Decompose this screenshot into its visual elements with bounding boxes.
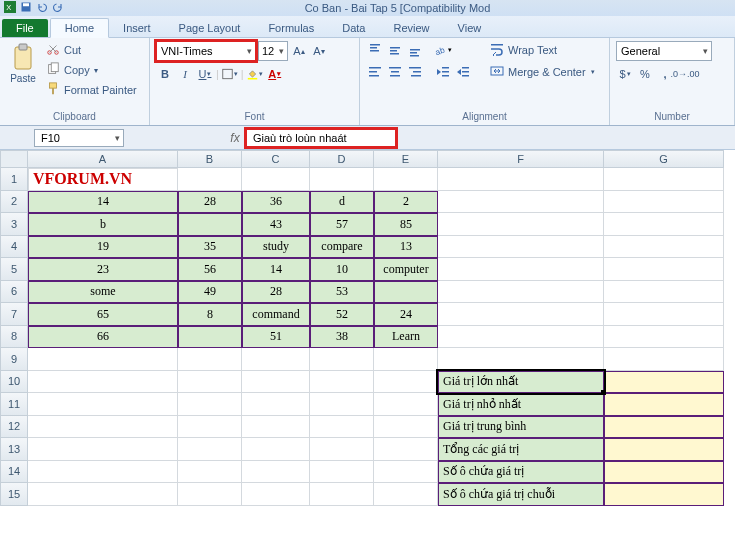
increase-indent-icon[interactable] [454,63,472,81]
cell[interactable] [438,348,604,371]
cell[interactable] [604,326,724,349]
col-header[interactable]: D [310,150,374,168]
cell[interactable] [242,416,310,439]
cell[interactable]: 38 [310,326,374,349]
tab-data[interactable]: Data [328,19,379,37]
cell[interactable] [374,168,438,191]
row-header[interactable]: 14 [0,461,28,484]
cell[interactable] [604,393,724,416]
cell[interactable]: 52 [310,303,374,326]
col-header[interactable]: F [438,150,604,168]
select-all-corner[interactable] [0,150,28,168]
cell[interactable] [28,393,178,416]
cell[interactable] [242,168,310,191]
cell[interactable] [310,483,374,506]
cell[interactable]: 10 [310,258,374,281]
font-size-combo[interactable]: 12 [258,41,288,61]
cell[interactable] [438,213,604,236]
cell[interactable]: 57 [310,213,374,236]
underline-button[interactable]: U [196,65,214,83]
cell[interactable] [374,393,438,416]
row-header[interactable]: 11 [0,393,28,416]
tab-file[interactable]: File [2,19,48,37]
cell[interactable]: 36 [242,191,310,214]
align-left-icon[interactable] [366,63,384,81]
percent-format-icon[interactable]: % [636,65,654,83]
cell[interactable] [604,371,724,394]
cell[interactable] [438,236,604,259]
cell[interactable]: 13 [374,236,438,259]
cell[interactable] [604,416,724,439]
cell[interactable]: Tổng các giá trị [438,438,604,461]
align-top-icon[interactable] [366,41,384,59]
cell[interactable]: computer [374,258,438,281]
cell[interactable]: d [310,191,374,214]
cell[interactable] [604,483,724,506]
cell[interactable] [178,213,242,236]
cell[interactable] [310,438,374,461]
cell[interactable]: Giá trị nhỏ nhất [438,393,604,416]
cell[interactable]: Số ô chứa giá trị [438,461,604,484]
tab-page-layout[interactable]: Page Layout [165,19,255,37]
cell[interactable]: 51 [242,326,310,349]
col-header[interactable]: A [28,150,178,168]
cell[interactable]: 66 [28,326,178,349]
cell[interactable] [604,438,724,461]
cell[interactable]: Learn [374,326,438,349]
cell[interactable] [242,393,310,416]
decrease-font-icon[interactable]: A▾ [310,42,328,60]
cell[interactable] [438,303,604,326]
cell[interactable]: 2 [374,191,438,214]
tab-formulas[interactable]: Formulas [254,19,328,37]
cell[interactable] [178,326,242,349]
cell[interactable] [178,416,242,439]
cell[interactable] [310,371,374,394]
cell[interactable] [310,168,374,191]
cell[interactable] [438,281,604,304]
cell[interactable] [310,461,374,484]
row-header[interactable]: 12 [0,416,28,439]
cell[interactable] [604,191,724,214]
cell[interactable]: 85 [374,213,438,236]
accounting-format-icon[interactable]: $ [616,65,634,83]
cell[interactable]: 49 [178,281,242,304]
row-header[interactable]: 4 [0,236,28,259]
cell[interactable] [310,348,374,371]
row-header[interactable]: 2 [0,191,28,214]
save-icon[interactable] [20,1,32,15]
cell[interactable] [28,461,178,484]
cell[interactable]: command [242,303,310,326]
worksheet[interactable]: A B C D E F G 1VFORUM.VN2142836d23b43578… [0,150,735,506]
cell[interactable] [178,461,242,484]
border-button[interactable] [221,65,239,83]
tab-insert[interactable]: Insert [109,19,165,37]
font-color-button[interactable]: A [266,65,284,83]
cell[interactable]: Số ô chứa giá trị chuỗi [438,483,604,506]
tab-view[interactable]: View [444,19,496,37]
cell[interactable] [374,438,438,461]
col-header[interactable]: E [374,150,438,168]
cell[interactable] [438,258,604,281]
cell[interactable] [604,258,724,281]
cell[interactable] [604,213,724,236]
cell[interactable] [178,348,242,371]
undo-icon[interactable] [36,1,48,15]
cell[interactable] [438,326,604,349]
cell[interactable]: 28 [242,281,310,304]
cell[interactable] [604,461,724,484]
cell[interactable] [310,393,374,416]
row-header[interactable]: 9 [0,348,28,371]
name-box[interactable]: F10 [34,129,124,147]
cell[interactable] [242,348,310,371]
align-middle-icon[interactable] [386,41,404,59]
fx-icon[interactable]: fx [224,131,246,145]
col-header[interactable]: G [604,150,724,168]
cell[interactable] [242,371,310,394]
row-header[interactable]: 15 [0,483,28,506]
wrap-text-button[interactable]: Wrap Text [486,41,599,59]
tab-review[interactable]: Review [379,19,443,37]
cell[interactable]: Giá trị trung bình [438,416,604,439]
cell[interactable]: 65 [28,303,178,326]
copy-button[interactable]: Copy▾ [44,61,139,79]
cell[interactable]: VFORUM.VN [28,168,178,191]
